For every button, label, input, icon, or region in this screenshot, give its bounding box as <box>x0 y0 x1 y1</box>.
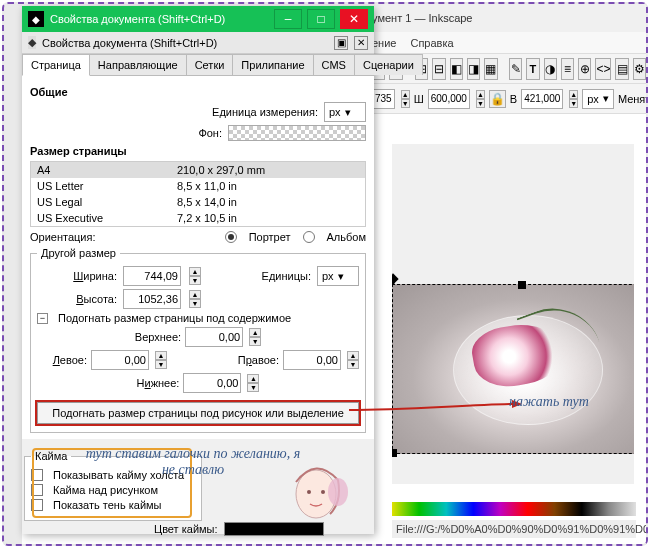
tab-scripts[interactable]: Сценарии <box>354 54 423 75</box>
tab-snap[interactable]: Прилипание <box>232 54 313 75</box>
top-label: Верхнее: <box>135 331 181 343</box>
text-tool-icon[interactable]: T <box>526 58 539 80</box>
units-label: Единица измерения: <box>212 106 318 118</box>
border-color-label: Цвет каймы: <box>154 523 218 535</box>
svg-point-4 <box>328 478 348 506</box>
left-field[interactable]: 0,00 <box>91 350 149 370</box>
menu-edit[interactable]: ение <box>372 37 396 49</box>
orientation-label: Ориентация: <box>30 231 96 243</box>
other-units-select[interactable]: px▾ <box>317 266 359 286</box>
tool-icon[interactable]: ⊟ <box>432 58 445 80</box>
tool-icon[interactable]: ◧ <box>450 58 463 80</box>
tool-icon[interactable]: ✎ <box>509 58 522 80</box>
inkscape-title: умент 1 — Inkscape <box>372 12 472 24</box>
dock-button[interactable]: ▣ <box>334 36 348 50</box>
bg-color-button[interactable] <box>228 125 366 141</box>
maximize-button[interactable]: □ <box>307 9 335 29</box>
w-field[interactable]: 600,000 <box>428 89 470 109</box>
bottom-field[interactable]: 0,00 <box>183 373 241 393</box>
dialog-tabs[interactable]: Страница Направляющие Сетки Прилипание C… <box>22 54 374 76</box>
change-label: Менят <box>618 93 648 105</box>
bg-label: Фон: <box>198 127 222 139</box>
color-palette[interactable] <box>392 502 636 516</box>
landscape-radio[interactable] <box>303 231 315 243</box>
dialog-sub-icon: ◆ <box>28 36 36 49</box>
dialog-body: Общие Единица измерения: px▾ Фон: Размер… <box>22 76 374 439</box>
unit-select[interactable]: px▾ <box>582 89 614 109</box>
menu-help[interactable]: Справка <box>410 37 453 49</box>
height-field[interactable]: 1052,36 <box>123 289 181 309</box>
right-label: Правое: <box>238 354 279 366</box>
canvas[interactable]: ↔ <box>392 144 634 484</box>
dialog-subheader: ◆ Свойства документа (Shift+Ctrl+D) ▣ ✕ <box>22 32 374 54</box>
size-row: US Letter8,5 x 11,0 in <box>31 178 365 194</box>
collapse-toggle[interactable]: − <box>37 313 48 324</box>
border-color-row: Цвет каймы: <box>154 522 324 536</box>
lock-icon[interactable]: 🔒 <box>489 90 506 108</box>
dialog-title: Свойства документа (Shift+Ctrl+D) <box>50 13 225 25</box>
tab-page[interactable]: Страница <box>22 54 90 76</box>
size-row: A4210,0 x 297,0 mm <box>31 162 365 178</box>
annotation-push-here: нажать тут <box>509 394 589 410</box>
tool-icon[interactable]: ⚙ <box>633 58 646 80</box>
border-color-button[interactable] <box>224 522 324 536</box>
fit-page-button[interactable]: Подогнать размер страницы под рисунок ил… <box>37 402 359 424</box>
selected-image[interactable]: ↔ <box>392 284 634 454</box>
svg-point-2 <box>307 490 311 494</box>
tool-icon[interactable]: ≡ <box>561 58 574 80</box>
fit-content-label: Подогнать размер страницы под содержимое <box>58 312 291 324</box>
x-field[interactable]: 735 <box>372 89 395 109</box>
xml-icon[interactable]: <> <box>595 58 611 80</box>
w-label: Ш <box>414 93 424 105</box>
minimize-button[interactable]: – <box>274 9 302 29</box>
other-size-group: Другой размер Ширина: 744,09▲▼ Единицы: … <box>30 247 366 433</box>
size-row: US Executive7,2 x 10,5 in <box>31 210 365 226</box>
dialog-icon: ◆ <box>28 11 44 27</box>
right-field[interactable]: 0,00 <box>283 350 341 370</box>
width-field[interactable]: 744,09 <box>123 266 181 286</box>
svg-point-3 <box>321 490 325 494</box>
close-panel-button[interactable]: ✕ <box>354 36 368 50</box>
bottom-label: Нижнее: <box>137 377 180 389</box>
top-field[interactable]: 0,00 <box>185 327 243 347</box>
statusbar: File:///G:/%D0%A0%D0%90%D0%91%D0%91%D0%9… <box>392 520 636 538</box>
dialog-titlebar[interactable]: ◆ Свойства документа (Shift+Ctrl+D) – □ … <box>22 6 374 32</box>
annotation-checks: тут ставим галочки по желанию, я не став… <box>78 446 308 478</box>
tab-guides[interactable]: Направляющие <box>89 54 187 75</box>
h-label: В <box>510 93 517 105</box>
portrait-radio[interactable] <box>225 231 237 243</box>
left-label: Левое: <box>37 354 87 366</box>
tool-icon[interactable]: ▦ <box>484 58 497 80</box>
tab-grids[interactable]: Сетки <box>186 54 234 75</box>
tool-icon[interactable]: ▤ <box>615 58 628 80</box>
close-button[interactable]: ✕ <box>340 9 368 29</box>
tab-cms[interactable]: CMS <box>313 54 355 75</box>
pagesize-heading: Размер страницы <box>30 145 366 157</box>
other-units-label: Единицы: <box>262 270 311 282</box>
tool-icon[interactable]: ◨ <box>467 58 480 80</box>
h-field[interactable]: 421,000 <box>521 89 563 109</box>
tool-icon[interactable]: ⊕ <box>578 58 591 80</box>
height-label: Высота: <box>37 293 117 305</box>
tool-icon[interactable]: ◑ <box>544 58 557 80</box>
other-size-legend: Другой размер <box>37 247 120 259</box>
width-label: Ширина: <box>37 270 117 282</box>
size-row: US Legal8,5 x 14,0 in <box>31 194 365 210</box>
general-heading: Общие <box>30 86 366 98</box>
page-size-list[interactable]: A4210,0 x 297,0 mm US Letter8,5 x 11,0 i… <box>30 161 366 227</box>
dialog-subtitle: Свойства документа (Shift+Ctrl+D) <box>42 37 217 49</box>
annotation-face-icon <box>282 462 354 522</box>
units-select[interactable]: px▾ <box>324 102 366 122</box>
